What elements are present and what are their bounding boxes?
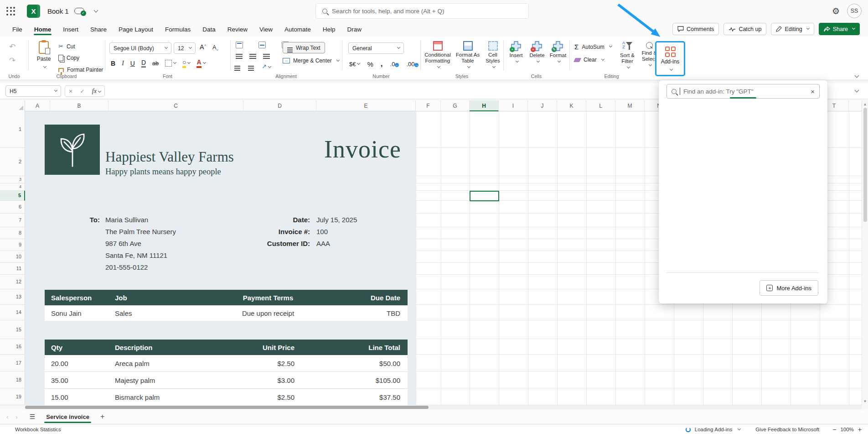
align-left-icon[interactable] [236,54,243,55]
fill-color-button[interactable]: ○ [182,58,190,68]
next-sheet-icon[interactable]: › [16,413,17,420]
percent-format-button[interactable]: % [367,60,373,68]
excel-logo-icon[interactable]: X [27,5,40,18]
sort-filter-button[interactable]: AZ Sort & Filter [616,41,638,70]
row-header-8[interactable]: 8 [0,227,25,239]
horizontal-scroll-thumb[interactable] [25,406,429,409]
vertical-scroll-thumb[interactable] [863,108,867,222]
catch-up-button[interactable]: Catch up [723,23,766,35]
merge-center-button[interactable]: ↔ Merge & Center [283,58,339,64]
italic-button[interactable]: I [122,60,124,67]
ribbon-collapse-chevron-icon[interactable] [855,73,859,78]
row-header-16[interactable]: 16 [0,339,25,355]
increase-indent-icon[interactable] [248,66,254,67]
prev-sheet-icon[interactable]: ‹ [6,413,8,420]
row-header-10[interactable]: 10 [0,251,25,263]
more-add-ins-button[interactable]: + More Add-ins [760,280,818,296]
row-header-12[interactable]: 12 [0,275,25,289]
global-search-input[interactable]: Search for tools, help, and more (Alt + … [315,3,529,19]
number-format-select[interactable]: General [348,42,404,54]
menu-item-page-layout[interactable]: Page Layout [113,22,159,37]
row-header-3[interactable]: 3 [0,176,25,183]
menu-item-review[interactable]: Review [222,22,253,37]
menu-item-data[interactable]: Data [196,22,222,37]
add-in-search-input[interactable]: Find an add-in: Try "GPT" × [666,84,820,99]
column-header-H[interactable]: H [470,100,499,111]
select-all-corner[interactable] [0,100,25,111]
format-cells-button[interactable]: ✎ Format [548,41,568,64]
row-header-17[interactable]: 17 [0,355,25,371]
menu-item-file[interactable]: File [6,22,28,37]
strikethrough-button[interactable]: ab [152,60,159,67]
column-header-C[interactable]: C [108,100,243,111]
currency-format-button[interactable]: $€ [349,61,360,68]
row-header-4[interactable]: 4 [0,183,25,191]
column-header-A[interactable]: A [25,100,50,111]
column-header-E[interactable]: E [316,100,416,111]
row-header-7[interactable]: 7 [0,214,25,227]
loading-chevron-icon[interactable] [738,427,741,430]
selected-cell-H5[interactable] [470,191,499,201]
format-as-table-button[interactable]: Format As Table [454,41,481,70]
redo-icon[interactable]: ↷ [9,56,16,65]
column-header-I[interactable]: I [499,100,528,111]
row-header-2[interactable]: 2 [0,148,25,176]
workbook-statistics[interactable]: Workbook Statistics [15,427,61,432]
row-header-11[interactable]: 11 [0,263,25,275]
column-header-K[interactable]: K [557,100,586,111]
row-header-14[interactable]: 14 [0,305,25,320]
borders-button[interactable] [165,60,176,67]
editing-mode-button[interactable]: Editing [771,23,814,35]
insert-function-button[interactable]: fx [92,88,101,95]
column-header-J[interactable]: J [528,100,557,111]
align-right-icon[interactable] [263,54,270,55]
menu-item-draw[interactable]: Draw [341,22,368,37]
undo-icon[interactable]: ↶ [9,42,16,52]
zoom-level[interactable]: 100% [840,427,853,432]
menu-item-share[interactable]: Share [84,22,113,37]
share-button[interactable]: Share [819,23,860,35]
workbook-chevron-down-icon[interactable] [93,8,98,12]
align-top-icon[interactable] [236,42,243,48]
row-header-18[interactable]: 18 [0,371,25,388]
bold-button[interactable]: B [111,60,115,67]
row-header-19[interactable]: 19 [0,388,25,405]
cancel-entry-icon[interactable]: × [69,88,72,95]
align-middle-icon[interactable] [258,42,266,48]
font-family-select[interactable]: Segoe UI (Body) [109,42,171,54]
settings-gear-icon[interactable]: ⚙ [832,6,840,16]
increase-decimal-button[interactable]: .00→ [406,61,418,68]
decrease-indent-icon[interactable] [234,66,240,67]
decrease-decimal-button[interactable]: .0← [390,61,399,68]
zoom-in-icon[interactable]: + [858,426,862,433]
conditional-formatting-button[interactable]: Conditional Formatting [423,41,452,70]
name-box[interactable]: H5 [5,85,61,97]
increase-font-icon[interactable]: A˄ [200,43,206,51]
row-header-6[interactable]: 6 [0,201,25,214]
menu-item-formulas[interactable]: Formulas [159,22,196,37]
double-underline-button[interactable]: D [141,59,146,68]
menu-item-automate[interactable]: Automate [279,22,317,37]
zoom-out-icon[interactable]: − [832,426,836,433]
column-header-D[interactable]: D [243,100,316,111]
menu-item-home[interactable]: Home [28,22,57,37]
row-header-5[interactable]: 5 [0,191,25,201]
comments-button[interactable]: Comments [672,23,719,35]
feedback-link[interactable]: Give Feedback to Microsoft [755,427,819,432]
cut-button[interactable]: ✂Cut [58,43,75,50]
column-header-G[interactable]: G [441,100,470,111]
menu-item-insert[interactable]: Insert [57,22,84,37]
formula-bar-expand-chevron-icon[interactable] [855,88,859,93]
autosum-button[interactable]: Σ AutoSum [574,43,612,51]
sheet-tab[interactable]: Service invoice [42,409,93,424]
column-header-L[interactable]: L [586,100,615,111]
scroll-up-icon[interactable]: ▲ [862,102,868,106]
text-orientation-icon[interactable]: ↗ [262,63,271,70]
menu-item-view[interactable]: View [253,22,279,37]
avatar[interactable]: SS [847,4,862,18]
add-sheet-icon[interactable]: + [100,413,104,421]
insert-cells-button[interactable]: + Insert [506,41,526,64]
row-header-15[interactable]: 15 [0,320,25,339]
cell-styles-button[interactable]: Cell Styles [482,41,503,70]
font-size-select[interactable]: 12 [174,42,196,54]
